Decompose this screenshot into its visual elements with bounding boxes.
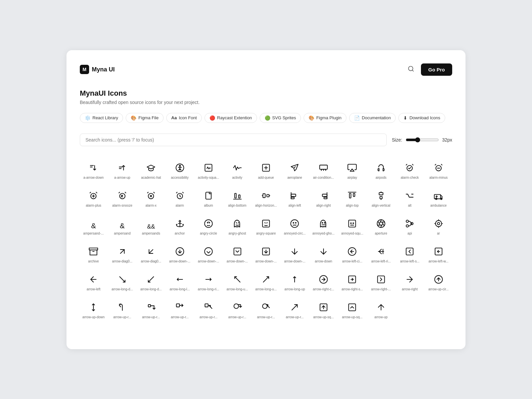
hero-section: MynaUI Icons Beautifully crafted open so… bbox=[80, 89, 452, 105]
icon-angry-ghost[interactable]: angry-ghost bbox=[223, 211, 251, 238]
pill-icon-font[interactable]: Aa Icon Font bbox=[166, 113, 202, 123]
icon-api[interactable]: api bbox=[396, 211, 423, 238]
icon-ambulance[interactable]: ambulance bbox=[425, 183, 452, 210]
pill-figma-file[interactable]: 🎨 Figma File bbox=[126, 113, 164, 123]
pill-raycast[interactable]: 🔴 Raycast Extention bbox=[204, 113, 257, 123]
icon-arrow-up-r2[interactable]: arrow-up-r... bbox=[137, 295, 165, 322]
icon-add-queue[interactable]: add-queue bbox=[252, 155, 280, 182]
icon-arrow-up-r4[interactable]: arrow-up-r... bbox=[195, 295, 222, 322]
icon-arrow-long-r[interactable]: arrow-long-ri... bbox=[195, 267, 222, 294]
icon-arrow-long-l[interactable]: arrow-long-l... bbox=[166, 267, 193, 294]
svg-line-15 bbox=[412, 164, 413, 165]
icon-airplay[interactable]: airplay bbox=[338, 155, 366, 182]
icon-arrow-right-2[interactable]: arrow-right-... bbox=[367, 267, 395, 294]
icon-alt[interactable]: alt bbox=[396, 183, 423, 210]
icon-arrow-long-u2[interactable]: arrow-long-u... bbox=[252, 267, 280, 294]
icon-a-arrow-down[interactable]: a-arrow-down bbox=[80, 155, 107, 182]
icon-arrow-long-d2[interactable]: arrow-long-d... bbox=[137, 267, 165, 294]
icon-aperture[interactable]: aperture bbox=[367, 211, 395, 238]
icon-arrow-down[interactable]: arrow-down bbox=[310, 239, 337, 266]
icon-alarm-minus[interactable]: alarm-minus bbox=[425, 155, 452, 182]
icon-align-top[interactable]: align-top bbox=[338, 183, 366, 210]
icon-accessibility[interactable]: accessibility bbox=[166, 155, 193, 182]
icon-arrow-up-r6[interactable]: arrow-up-r... bbox=[252, 295, 280, 322]
svg-rect-126 bbox=[377, 276, 384, 283]
icon-ampersand-dash[interactable]: & ampersand-... bbox=[80, 211, 107, 238]
icon-airpods[interactable]: airpods bbox=[367, 155, 395, 182]
svg-point-79 bbox=[351, 223, 351, 223]
pill-download-icons[interactable]: ⬇ Download Icons bbox=[398, 113, 445, 123]
svg-rect-44 bbox=[291, 194, 296, 196]
icon-aeroplane[interactable]: aeroplane bbox=[281, 155, 308, 182]
icon-arrow-up-down[interactable]: arrow-up-down bbox=[80, 295, 107, 322]
icon-arrow-up-r1[interactable]: arrow-up-r... bbox=[108, 295, 136, 322]
search-icon-button[interactable] bbox=[406, 64, 416, 75]
icon-arrow-right-s[interactable]: arrow-right-s... bbox=[338, 267, 366, 294]
pill-react-library[interactable]: ❄️ React Library bbox=[80, 113, 123, 123]
icon-archive[interactable]: archive bbox=[80, 239, 107, 266]
svg-line-18 bbox=[435, 164, 436, 165]
icon-align-horizontal[interactable]: align-horizon... bbox=[252, 183, 280, 210]
go-pro-button[interactable]: Go Pro bbox=[421, 63, 452, 76]
icon-alarm-snooze[interactable]: alarm-snooze bbox=[108, 183, 136, 210]
svg-sprites-icon: 🟢 bbox=[265, 115, 270, 121]
icon-align-right[interactable]: align-right bbox=[310, 183, 337, 210]
icon-arrow-left-s[interactable]: arrow-left-s... bbox=[396, 239, 423, 266]
icon-album[interactable]: album bbox=[195, 183, 222, 210]
icon-arrow-left-w[interactable]: arrow-left-w... bbox=[425, 239, 452, 266]
icon-ampersands[interactable]: && ampersands bbox=[137, 211, 165, 238]
icon-academic-hat[interactable]: academic-hat bbox=[137, 155, 165, 182]
icon-alarm[interactable]: alarm bbox=[166, 183, 193, 210]
pill-documentation[interactable]: 📄 Documentation bbox=[349, 113, 396, 123]
icon-arrow-long-up[interactable]: arrow-long-up bbox=[281, 267, 308, 294]
icon-activity-square[interactable]: activity-squa... bbox=[195, 155, 222, 182]
icon-air-condition[interactable]: air-condition... bbox=[310, 155, 337, 182]
icon-annoyed-circle[interactable]: annoyed-circ... bbox=[281, 211, 308, 238]
icon-annoyed-square[interactable]: annoyed-squ... bbox=[338, 211, 366, 238]
icon-arrow-up-cir[interactable]: arrow-up-cir... bbox=[425, 267, 452, 294]
icon-arrow-long-d1[interactable]: arrow-long-d... bbox=[108, 267, 136, 294]
icon-arrow-long-u1[interactable]: arrow-long-u... bbox=[223, 267, 251, 294]
icon-arrow-down-c1[interactable]: arrow-down-... bbox=[166, 239, 193, 266]
svg-line-66 bbox=[207, 222, 208, 223]
icon-align-left[interactable]: align-left bbox=[281, 183, 308, 210]
icon-alarm-check[interactable]: alarm-check bbox=[396, 155, 423, 182]
icon-arrow-up-sq2[interactable]: arrow-up-sq... bbox=[338, 295, 366, 322]
pill-icon-font-label: Icon Font bbox=[179, 115, 197, 120]
search-input[interactable] bbox=[80, 134, 387, 146]
icon-arrow-down-c2[interactable]: arrow-down-... bbox=[195, 239, 222, 266]
icon-arrow-right[interactable]: arrow-right bbox=[396, 267, 423, 294]
icon-anchor[interactable]: anchor bbox=[166, 211, 193, 238]
icon-activity[interactable]: activity bbox=[223, 155, 251, 182]
icon-arrow-down-c4[interactable]: arrow-down-... bbox=[252, 239, 280, 266]
icon-alarm-plus[interactable]: alarm-plus bbox=[80, 183, 107, 210]
icon-arrow-up-sq1[interactable]: arrow-up-sq... bbox=[310, 295, 337, 322]
pill-svg-sprites[interactable]: 🟢 SVG Sprites bbox=[260, 113, 301, 123]
icon-alarm-x[interactable]: alarm-x bbox=[137, 183, 165, 210]
icon-annoyed-ghost[interactable]: annoyed-gho... bbox=[310, 211, 337, 238]
svg-point-3 bbox=[179, 165, 181, 166]
icon-arrow-up[interactable]: arrow-up bbox=[367, 295, 395, 322]
icon-ampersand[interactable]: & ampersand bbox=[108, 211, 136, 238]
icon-arrow-down-c5[interactable]: arrow-down-... bbox=[281, 239, 308, 266]
icon-arrow-right-c1[interactable]: arrow-right-c... bbox=[310, 267, 337, 294]
size-slider[interactable] bbox=[406, 137, 439, 143]
icon-angry-square[interactable]: angry-square bbox=[252, 211, 280, 238]
icon-a-arrow-up[interactable]: a-arrow-up bbox=[108, 155, 136, 182]
icon-align-vertical[interactable]: align-vertical bbox=[367, 183, 395, 210]
icon-arrow-up-r7[interactable]: arrow-up-r... bbox=[281, 295, 308, 322]
icon-arrow-up-r3[interactable]: arrow-up-r... bbox=[166, 295, 193, 322]
icon-arrow-left-ri[interactable]: arrow-left-ri... bbox=[367, 239, 395, 266]
icon-arrow-left[interactable]: arrow-left bbox=[80, 267, 107, 294]
icon-angry-circle[interactable]: angry-circle bbox=[195, 211, 222, 238]
icon-arrow-down-c3[interactable]: arrow-down-... bbox=[223, 239, 251, 266]
icon-arrow-up-r5[interactable]: arrow-up-r... bbox=[223, 295, 251, 322]
icon-arrow-diag1[interactable]: arrow-diag0... bbox=[108, 239, 136, 266]
pill-figma-plugin[interactable]: 🎨 Figma Plugin bbox=[304, 113, 346, 123]
icon-align-bottom[interactable]: align-bottom bbox=[223, 183, 251, 210]
icon-ar[interactable]: ar bbox=[425, 211, 452, 238]
svg-line-34 bbox=[176, 192, 177, 193]
icon-arrow-left-ci[interactable]: arrow-left-ci... bbox=[338, 239, 366, 266]
icon-arrow-diag2[interactable]: arrow-diag0... bbox=[137, 239, 165, 266]
svg-rect-47 bbox=[322, 194, 327, 196]
